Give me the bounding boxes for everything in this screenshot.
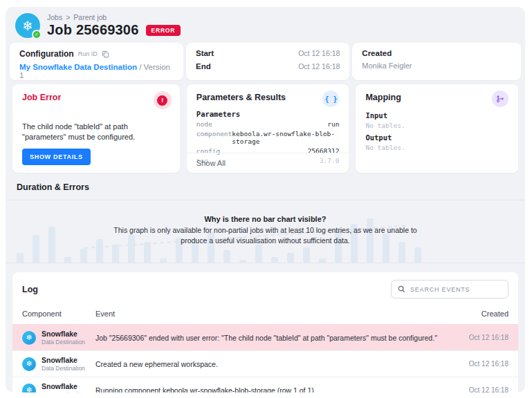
mapping-output-label: Output xyxy=(365,133,508,142)
log-event-text: Job "25669306" ended with user error: "T… xyxy=(95,334,448,342)
parameter-row: componentkeboola.wr-snowflake-blob-stora… xyxy=(196,130,340,145)
parameters-section-label: Parameters xyxy=(196,110,340,118)
detail-row: Job Error ! The child node "tableId" at … xyxy=(6,84,525,173)
placeholder-bar xyxy=(17,253,24,263)
overview-row: Configuration Run ID My Snowflake Data D… xyxy=(6,43,525,80)
placeholder-bar xyxy=(303,247,310,263)
placeholder-bar xyxy=(271,257,278,263)
log-component-type: Data Destination xyxy=(42,339,85,345)
run-id-label: Run ID xyxy=(78,50,98,57)
placeholder-bar xyxy=(112,245,119,263)
show-details-button[interactable]: SHOW DETAILS xyxy=(22,149,91,165)
log-card: Log Component Event Created ❄SnowflakeDa… xyxy=(12,272,518,392)
parameters-results-card: Parameters & Results { } Parameters node… xyxy=(187,84,349,173)
created-label: Created xyxy=(362,49,511,57)
snowflake-component-icon: ❄ ✓ xyxy=(15,13,40,38)
placeholder-bar xyxy=(96,239,103,263)
placeholder-bar xyxy=(319,258,326,263)
snowflake-icon: ❄ xyxy=(22,331,36,345)
copy-icon[interactable] xyxy=(102,50,109,58)
job-error-card: Job Error ! The child node "tableId" at … xyxy=(12,84,180,173)
page-header: ❄ ✓ Jobs > Parent job Job 25669306 ERROR xyxy=(6,7,525,43)
placeholder-bar xyxy=(48,227,55,263)
timing-card: Start Oct 12 16:18 End Oct 12 16:18 xyxy=(186,43,349,80)
configuration-card: Configuration Run ID My Snowflake Data D… xyxy=(10,43,183,80)
mapping-branch-icon[interactable] xyxy=(492,91,508,107)
success-check-badge-icon: ✓ xyxy=(32,30,42,39)
error-exclamation-icon: ! xyxy=(154,91,172,109)
chart-empty-message: This graph is only available for non-par… xyxy=(103,225,428,246)
duration-errors-title: Duration & Errors xyxy=(6,173,525,192)
mapping-input-label: Input xyxy=(365,111,508,120)
log-table-header: Component Event Created xyxy=(12,304,518,324)
log-event-text: Created a new ephemeral workspace. xyxy=(95,360,448,368)
end-value: Oct 12 16:18 xyxy=(298,62,340,70)
placeholder-bar xyxy=(223,250,230,263)
breadcrumb-separator: > xyxy=(66,13,70,21)
log-row[interactable]: ❄SnowflakeData DestinationJob "25669306"… xyxy=(12,324,518,350)
log-component-type: Data Destination xyxy=(42,365,85,372)
log-created-time: Oct 12 16:18 xyxy=(448,334,508,341)
configuration-link[interactable]: My Snowflake Data Destination xyxy=(19,63,137,71)
mapping-title: Mapping xyxy=(365,93,401,102)
page-title: Job 25669306 xyxy=(47,22,139,38)
log-created-time: Oct 12 16:18 xyxy=(448,360,508,368)
job-error-message: The child node "tableId" at path "parame… xyxy=(22,122,170,142)
breadcrumb: Jobs > Parent job xyxy=(47,13,181,21)
end-label: End xyxy=(196,62,211,70)
status-badge: ERROR xyxy=(146,25,181,36)
column-event: Event xyxy=(95,310,448,318)
log-rows: ❄SnowflakeData DestinationJob "25669306"… xyxy=(12,324,518,392)
parameter-row: noderun xyxy=(196,120,340,128)
log-row[interactable]: ❄SnowflakeData DestinationCreated a new … xyxy=(12,350,518,377)
chart-empty-title: Why is there no bar chart visible? xyxy=(103,215,428,223)
placeholder-bar xyxy=(414,247,421,263)
created-card: Created Monika Feigler xyxy=(352,43,521,80)
placeholder-bar xyxy=(64,257,71,263)
configuration-label: Configuration xyxy=(19,49,74,59)
placeholder-bar xyxy=(239,260,246,263)
log-component-name: Snowflake xyxy=(42,356,85,364)
placeholder-bar xyxy=(80,249,87,263)
placeholder-bar xyxy=(33,235,39,263)
created-value: Monika Feigler xyxy=(362,61,511,70)
job-error-title: Job Error xyxy=(22,93,170,102)
parameters-results-title: Parameters & Results xyxy=(196,93,286,102)
log-row[interactable]: ❄SnowflakeData DestinationRunning compon… xyxy=(12,377,518,392)
chart-empty-state: Why is there no bar chart visible? This … xyxy=(103,215,428,246)
mapping-output-value: No tables. xyxy=(365,144,508,151)
job-detail-page: ❄ ✓ Jobs > Parent job Job 25669306 ERROR… xyxy=(6,7,525,392)
placeholder-bar xyxy=(160,258,167,263)
snowflake-icon: ❄ xyxy=(22,357,36,371)
search-events-box[interactable] xyxy=(391,280,508,298)
start-label: Start xyxy=(196,49,214,57)
placeholder-bar xyxy=(287,253,294,263)
log-title: Log xyxy=(22,285,38,294)
snowflake-icon: ❄ xyxy=(22,383,36,393)
breadcrumb-parent-job-link[interactable]: Parent job xyxy=(73,13,107,21)
log-event-text: Running component keboola.wr-snowflake-b… xyxy=(95,386,448,393)
start-value: Oct 12 16:18 xyxy=(298,49,340,57)
show-all-link[interactable]: Show All xyxy=(187,153,349,173)
search-events-input[interactable] xyxy=(410,286,502,293)
log-component-name: Snowflake xyxy=(42,330,85,338)
column-component: Component xyxy=(22,310,95,318)
breadcrumb-jobs-link[interactable]: Jobs xyxy=(47,13,62,21)
placeholder-bar xyxy=(255,245,262,263)
log-component-type: Data Destination xyxy=(42,391,85,392)
code-braces-icon[interactable]: { } xyxy=(322,91,339,107)
log-created-time: Oct 12 16:18 xyxy=(448,386,508,392)
column-created: Created xyxy=(448,310,508,318)
search-icon xyxy=(398,285,405,293)
mapping-card: Mapping Input No tables. Output No table… xyxy=(356,84,518,173)
log-component-name: Snowflake xyxy=(42,382,85,390)
duration-chart-placeholder: Why is there no bar chart visible? This … xyxy=(6,200,525,263)
mapping-input-value: No tables. xyxy=(365,122,508,129)
